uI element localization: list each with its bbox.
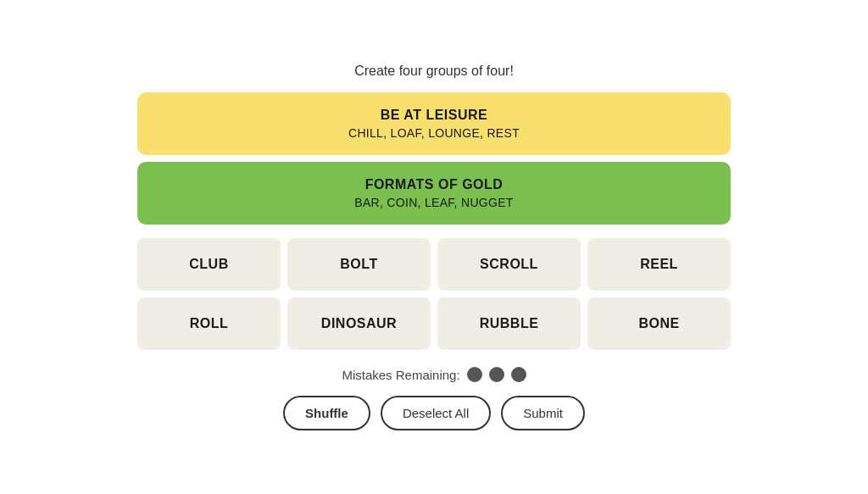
solved-title-yellow: BE AT LEISURE xyxy=(381,108,488,123)
mistake-dot-3 xyxy=(511,367,526,382)
solved-row-green: FORMATS OF GOLD BAR, COIN, LEAF, NUGGET xyxy=(137,162,731,225)
solved-words-yellow: CHILL, LOAF, LOUNGE, REST xyxy=(348,126,520,140)
submit-button[interactable]: Submit xyxy=(501,396,585,430)
game-container: Create four groups of four! BE AT LEISUR… xyxy=(137,64,731,430)
tile-reel[interactable]: REEL xyxy=(587,238,731,291)
instruction-text: Create four groups of four! xyxy=(354,64,514,79)
tile-bone[interactable]: BONE xyxy=(587,297,731,350)
solved-title-green: FORMATS OF GOLD xyxy=(365,177,504,192)
mistake-dot-1 xyxy=(467,367,482,382)
shuffle-button[interactable]: Shuffle xyxy=(283,396,370,430)
tile-club[interactable]: CLUB xyxy=(137,238,281,291)
action-buttons: Shuffle Deselect All Submit xyxy=(283,396,585,430)
deselect-all-button[interactable]: Deselect All xyxy=(381,396,491,430)
tile-dinosaur[interactable]: DINOSAUR xyxy=(287,297,431,350)
mistakes-row: Mistakes Remaining: xyxy=(342,367,526,382)
solved-rows: BE AT LEISURE CHILL, LOAF, LOUNGE, REST … xyxy=(137,92,731,231)
tile-scroll[interactable]: SCROLL xyxy=(437,238,581,291)
solved-row-yellow: BE AT LEISURE CHILL, LOAF, LOUNGE, REST xyxy=(137,92,731,155)
solved-words-green: BAR, COIN, LEAF, NUGGET xyxy=(354,196,513,209)
mistakes-label: Mistakes Remaining: xyxy=(342,368,459,382)
mistake-dot-2 xyxy=(489,367,504,382)
tile-bolt[interactable]: BOLT xyxy=(287,238,431,291)
tile-roll[interactable]: ROLL xyxy=(137,297,281,350)
tile-grid: CLUBBOLTSCROLLREELROLLDINOSAURRUBBLEBONE xyxy=(137,238,731,350)
tile-rubble[interactable]: RUBBLE xyxy=(437,297,581,350)
